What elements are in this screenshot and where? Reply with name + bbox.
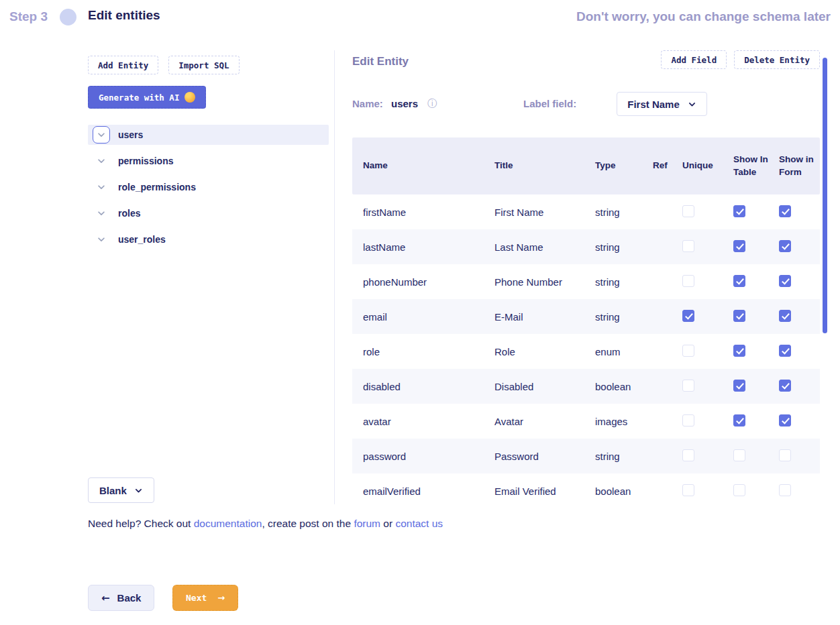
chevron-down-icon <box>134 486 143 495</box>
info-icon[interactable]: ⓘ <box>427 98 437 110</box>
chevron-down-icon[interactable] <box>93 152 110 170</box>
show-in-form-checkbox[interactable] <box>779 484 791 496</box>
entity-name-value: users <box>391 98 418 109</box>
unique-checkbox[interactable] <box>682 414 694 427</box>
back-button[interactable]: ← Back <box>88 585 154 611</box>
next-button-label: Next <box>186 593 207 603</box>
field-title-cell: Avatar <box>494 416 595 427</box>
field-name-cell: disabled <box>352 381 494 392</box>
field-name-cell: role <box>352 346 494 357</box>
field-title-cell: Email Verified <box>494 486 595 497</box>
show-in-table-checkbox[interactable] <box>733 484 745 496</box>
show-in-table-checkbox[interactable] <box>733 345 745 357</box>
field-title-cell: Last Name <box>494 241 595 253</box>
help-prefix: Need help? Check out <box>88 518 194 529</box>
field-row: role Role enum <box>352 334 820 369</box>
next-button[interactable]: Next → <box>172 585 238 611</box>
show-in-form-checkbox[interactable] <box>779 380 791 392</box>
column-header-show-in-table: Show In Table <box>733 154 779 178</box>
show-in-form-checkbox[interactable] <box>779 310 791 322</box>
field-row: phoneNumber Phone Number string <box>352 264 820 299</box>
field-type-cell: string <box>595 276 653 288</box>
entity-name: roles <box>118 208 140 219</box>
edit-entity-title: Edit Entity <box>352 50 409 68</box>
chevron-down-icon[interactable] <box>93 231 110 248</box>
fields-table-body: firstName First Name string lastName Las… <box>352 194 820 508</box>
panel-divider <box>334 50 335 504</box>
show-in-form-checkbox[interactable] <box>779 205 791 217</box>
entity-list: users permissions role_permissions <box>88 125 329 249</box>
entity-list-item[interactable]: users <box>88 125 329 145</box>
field-type-cell: string <box>595 311 653 323</box>
unique-checkbox[interactable] <box>682 484 694 496</box>
chevron-down-icon[interactable] <box>93 205 110 222</box>
field-type-cell: string <box>595 451 653 462</box>
documentation-link[interactable]: documentation <box>194 518 262 529</box>
entity-list-item[interactable]: roles <box>88 203 329 223</box>
field-name-cell: email <box>352 311 494 323</box>
chevron-down-icon[interactable] <box>93 178 110 196</box>
fields-table-header: Name Title Type Ref Unique Show In Table… <box>352 137 820 194</box>
entity-actions: Add Field Delete Entity <box>661 50 820 69</box>
show-in-table-checkbox[interactable] <box>733 449 745 461</box>
unique-checkbox[interactable] <box>682 380 694 392</box>
field-type-cell: boolean <box>595 381 653 392</box>
unique-checkbox[interactable] <box>682 449 694 461</box>
label-field-label: Label field: <box>523 98 576 109</box>
field-name-cell: emailVerified <box>352 486 494 497</box>
step-indicator-dot <box>60 9 76 25</box>
entity-list-item[interactable]: user_roles <box>88 229 329 249</box>
vertical-scrollbar-thumb[interactable] <box>823 58 827 333</box>
schema-hint-text: Don't worry, you can change schema later <box>576 9 831 24</box>
column-header-show-in-form: Show in Form <box>779 154 820 178</box>
entities-toolbar: Add Entity Import SQL <box>88 56 329 74</box>
field-type-cell: string <box>595 241 653 253</box>
show-in-form-checkbox[interactable] <box>779 449 791 461</box>
back-button-label: Back <box>117 592 142 604</box>
show-in-table-checkbox[interactable] <box>733 275 745 287</box>
show-in-table-checkbox[interactable] <box>733 240 745 252</box>
field-type-cell: enum <box>595 346 653 357</box>
add-entity-button[interactable]: Add Entity <box>88 56 158 74</box>
entities-sidebar: Add Entity Import SQL Generate with AI u… <box>88 56 329 255</box>
label-field-dropdown[interactable]: First Name <box>617 92 707 116</box>
show-in-form-checkbox[interactable] <box>779 275 791 287</box>
page-title: Edit entities <box>88 8 160 23</box>
column-header-name: Name <box>352 160 494 172</box>
show-in-form-checkbox[interactable] <box>779 345 791 357</box>
template-dropdown[interactable]: Blank <box>88 477 154 503</box>
edit-entities-wizard: Step 3 Edit entities Don't worry, you ca… <box>0 0 840 625</box>
right-arrow-icon: → <box>217 593 225 603</box>
show-in-table-checkbox[interactable] <box>733 205 745 217</box>
unique-checkbox[interactable] <box>682 345 694 357</box>
unique-checkbox[interactable] <box>682 310 694 322</box>
field-name-cell: lastName <box>352 241 494 253</box>
import-sql-button[interactable]: Import SQL <box>168 56 239 74</box>
show-in-table-checkbox[interactable] <box>733 310 745 322</box>
field-type-cell: images <box>595 416 653 427</box>
entity-name: user_roles <box>118 234 166 245</box>
delete-entity-button[interactable]: Delete Entity <box>734 50 820 69</box>
field-type-cell: string <box>595 207 653 218</box>
entity-list-item[interactable]: role_permissions <box>88 177 329 197</box>
forum-link[interactable]: forum <box>354 518 380 529</box>
add-field-button[interactable]: Add Field <box>661 50 727 69</box>
show-in-form-checkbox[interactable] <box>779 414 791 427</box>
entity-list-item[interactable]: permissions <box>88 151 329 171</box>
field-row: firstName First Name string <box>352 194 820 229</box>
unique-checkbox[interactable] <box>682 275 694 287</box>
unique-checkbox[interactable] <box>682 205 694 217</box>
field-row: avatar Avatar images <box>352 404 820 439</box>
unique-checkbox[interactable] <box>682 240 694 252</box>
edit-entity-panel: Edit Entity Add Field Delete Entity Name… <box>352 50 820 508</box>
template-dropdown-value: Blank <box>99 485 127 496</box>
field-title-cell: Phone Number <box>494 276 595 288</box>
generate-with-ai-button[interactable]: Generate with AI <box>88 86 206 109</box>
step-label: Step 3 <box>9 9 48 24</box>
show-in-form-checkbox[interactable] <box>779 240 791 252</box>
show-in-table-checkbox[interactable] <box>733 414 745 427</box>
show-in-table-checkbox[interactable] <box>733 380 745 392</box>
chevron-down-icon[interactable] <box>93 126 110 144</box>
contact-us-link[interactable]: contact us <box>395 518 443 529</box>
help-mid1: , create post on the <box>262 518 354 529</box>
